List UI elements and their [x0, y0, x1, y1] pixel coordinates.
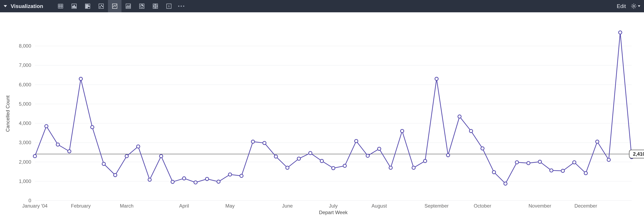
- svg-text:April: April: [179, 203, 189, 209]
- svg-text:November: November: [528, 203, 551, 209]
- svg-point-60: [45, 125, 48, 128]
- svg-text:January '04: January '04: [22, 203, 48, 209]
- svg-point-104: [550, 169, 553, 172]
- svg-point-92: [412, 166, 415, 169]
- chart-container: 01,0002,0003,0004,0005,0006,0007,0008,00…: [0, 12, 644, 217]
- line-chart: 01,0002,0003,0004,0005,0006,0007,0008,00…: [0, 12, 644, 217]
- bar-viz-button[interactable]: [81, 0, 94, 12]
- svg-point-109: [607, 158, 610, 161]
- svg-rect-12: [86, 7, 88, 8]
- svg-text:7,000: 7,000: [19, 62, 31, 68]
- svg-point-88: [366, 154, 370, 157]
- svg-rect-0: [58, 4, 63, 8]
- svg-rect-8: [75, 7, 76, 8]
- pie-chart-icon: [139, 3, 145, 9]
- svg-point-78: [252, 140, 255, 143]
- scatter-chart-icon: [98, 3, 104, 9]
- map-icon: [152, 3, 158, 9]
- svg-text:3,000: 3,000: [19, 140, 31, 145]
- panel-title: Visualization: [11, 3, 43, 9]
- svg-point-59: [33, 154, 36, 158]
- pie-viz-button[interactable]: [135, 0, 148, 12]
- svg-point-105: [561, 169, 564, 173]
- svg-text:December: December: [574, 203, 597, 209]
- svg-text:5,000: 5,000: [19, 101, 31, 107]
- svg-text:October: October: [474, 203, 491, 209]
- svg-point-25: [633, 5, 635, 7]
- svg-point-66: [114, 174, 117, 177]
- svg-text:June: June: [282, 203, 293, 209]
- toolbar-left: Visualization: [4, 0, 187, 12]
- svg-point-68: [136, 145, 140, 148]
- table-viz-button[interactable]: [54, 0, 67, 12]
- svg-point-64: [91, 126, 94, 129]
- svg-point-97: [469, 129, 473, 133]
- toolbar-right: Edit: [617, 3, 640, 9]
- svg-point-74: [206, 177, 209, 181]
- svg-text:Depart Week: Depart Week: [319, 210, 348, 215]
- svg-text:March: March: [120, 203, 134, 209]
- svg-point-77: [240, 174, 243, 177]
- chevron-down-icon: [638, 5, 640, 7]
- svg-text:August: August: [372, 203, 387, 209]
- svg-text:6,000: 6,000: [19, 82, 31, 87]
- svg-text:Cancelled Count: Cancelled Count: [5, 95, 10, 132]
- svg-point-99: [492, 171, 496, 174]
- svg-text:1,000: 1,000: [19, 179, 31, 184]
- svg-point-76: [228, 173, 232, 176]
- column-chart-icon: [71, 3, 77, 9]
- svg-point-95: [446, 154, 450, 157]
- collapse-caret-icon[interactable]: [4, 5, 7, 7]
- svg-point-15: [101, 5, 102, 6]
- svg-point-73: [194, 181, 197, 184]
- svg-point-86: [343, 164, 346, 167]
- settings-menu-button[interactable]: [630, 3, 640, 9]
- svg-point-102: [527, 161, 530, 165]
- svg-point-84: [320, 159, 324, 163]
- viz-type-buttons: 6: [54, 0, 187, 12]
- single-value-viz-button[interactable]: 6: [162, 0, 176, 12]
- svg-point-62: [68, 150, 71, 153]
- svg-point-81: [286, 166, 289, 169]
- svg-point-70: [160, 154, 163, 158]
- svg-point-107: [584, 172, 587, 175]
- svg-point-89: [378, 147, 381, 150]
- svg-text:2,410.51: 2,410.51: [633, 151, 644, 157]
- svg-point-103: [538, 160, 542, 164]
- column-viz-button[interactable]: [67, 0, 81, 12]
- svg-text:2,000: 2,000: [19, 159, 31, 165]
- edit-button[interactable]: Edit: [617, 3, 626, 9]
- svg-point-94: [435, 77, 438, 80]
- svg-rect-6: [73, 6, 74, 8]
- svg-point-75: [217, 180, 220, 183]
- svg-text:July: July: [329, 203, 338, 209]
- svg-point-71: [171, 180, 174, 184]
- svg-rect-10: [86, 5, 89, 5]
- bar-chart-icon: [84, 3, 91, 9]
- svg-text:6: 6: [168, 5, 170, 8]
- svg-text:May: May: [225, 203, 234, 209]
- more-viz-button[interactable]: [176, 5, 187, 7]
- svg-point-83: [309, 151, 312, 155]
- area-viz-button[interactable]: [122, 0, 135, 12]
- svg-text:0: 0: [28, 198, 31, 203]
- svg-point-93: [424, 159, 427, 163]
- svg-text:September: September: [424, 203, 448, 209]
- svg-point-91: [400, 129, 404, 133]
- svg-point-90: [389, 166, 392, 169]
- svg-point-85: [332, 167, 335, 170]
- svg-point-63: [79, 77, 82, 80]
- line-viz-button[interactable]: [108, 0, 122, 12]
- map-viz-button[interactable]: [148, 0, 162, 12]
- svg-point-61: [56, 143, 60, 146]
- svg-point-80: [274, 155, 278, 158]
- scatter-viz-button[interactable]: [94, 0, 108, 12]
- visualization-toolbar: Visualization: [0, 0, 644, 12]
- area-chart-icon: [125, 3, 131, 9]
- svg-point-101: [515, 161, 518, 164]
- svg-point-16: [102, 6, 103, 7]
- reference-line-label: 2,410.51: [629, 150, 644, 158]
- svg-point-14: [100, 6, 101, 7]
- gear-icon: [630, 3, 637, 9]
- svg-point-98: [481, 147, 484, 150]
